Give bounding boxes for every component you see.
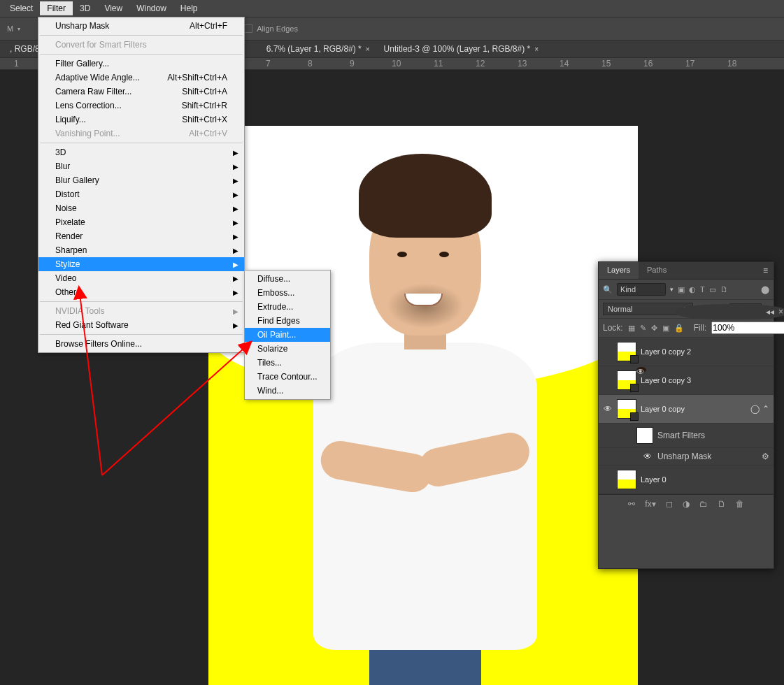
visibility-toggle[interactable]: 👁 <box>643 452 652 461</box>
tab-paths[interactable]: Paths <box>639 262 675 279</box>
layer-thumbnail[interactable] <box>617 399 636 419</box>
menu-item-label: Filter Gallery... <box>55 59 109 68</box>
layer-filter-kind[interactable] <box>617 283 666 296</box>
visibility-toggle[interactable]: 👁 <box>636 367 646 373</box>
layer-name[interactable]: Layer 0 copy <box>641 405 685 413</box>
menu-item[interactable]: Camera Raw Filter...Shift+Ctrl+A <box>38 85 244 99</box>
menu-select[interactable]: Select <box>3 1 40 15</box>
tab-layers[interactable]: Layers <box>599 262 639 279</box>
filter-type-icon[interactable]: T <box>700 285 705 294</box>
menu-item[interactable]: Noise▶ <box>38 201 244 215</box>
menu-item[interactable]: Distort▶ <box>38 187 244 201</box>
menu-item[interactable]: Red Giant Software▶ <box>38 318 244 332</box>
filter-ring-icon[interactable]: ◯ <box>750 404 760 414</box>
collapse-icon[interactable]: ◂◂ <box>766 307 774 317</box>
layer-thumbnail[interactable] <box>617 342 636 361</box>
menu-item[interactable]: 3D▶ <box>38 145 244 159</box>
submenu-item[interactable]: Find Edges <box>245 314 330 328</box>
layer-thumbnail[interactable] <box>617 470 636 489</box>
layer-name[interactable]: Layer 0 <box>641 475 667 484</box>
menu-item[interactable]: Filter Gallery... <box>38 57 244 71</box>
close-icon[interactable]: × <box>778 307 783 317</box>
menu-item[interactable]: Lens Correction...Shift+Ctrl+R <box>38 99 244 113</box>
submenu-item[interactable]: Emboss... <box>245 286 330 300</box>
link-layers-icon[interactable]: ⚯ <box>628 499 635 509</box>
layer-name[interactable]: Layer 0 copy 3 <box>641 376 691 384</box>
menu-filter[interactable]: Filter <box>40 1 73 15</box>
menu-3d[interactable]: 3D <box>73 1 97 15</box>
menu-window[interactable]: Window <box>129 1 173 15</box>
menu-item: NVIDIA Tools▶ <box>38 304 244 318</box>
lock-pixels-icon[interactable]: ✎ <box>640 324 646 333</box>
visibility-toggle[interactable] <box>603 347 613 356</box>
menu-item[interactable]: Liquify...Shift+Ctrl+X <box>38 113 244 127</box>
filter-effect-row[interactable]: 👁 Unsharp Mask ⚙ <box>599 448 774 466</box>
smart-filter-mask[interactable] <box>636 427 653 444</box>
menu-item-label: Other <box>55 287 76 297</box>
submenu-item[interactable]: Oil Paint... <box>245 328 330 342</box>
document-tab-1[interactable]: 6.7% (Layer 1, RGB/8#) * × <box>259 41 377 57</box>
chevron-up-icon[interactable]: ⌃ <box>762 404 769 414</box>
close-icon[interactable]: × <box>534 45 539 53</box>
layer-row[interactable]: Layer 0 <box>599 466 774 494</box>
chevron-down-icon[interactable]: ▾ <box>17 26 20 32</box>
canvas[interactable] <box>208 126 638 685</box>
lock-trans-icon[interactable]: ▦ <box>628 324 635 333</box>
group-icon[interactable]: 🗀 <box>699 499 708 509</box>
mask-icon[interactable]: ◻ <box>666 499 673 509</box>
layer-thumbnail[interactable] <box>617 370 636 390</box>
submenu-item[interactable]: Diffuse... <box>245 272 330 286</box>
panel-tabs: Layers Paths ≡ <box>599 262 774 280</box>
person-image <box>292 147 558 685</box>
menu-item[interactable]: Unsharp MaskAlt+Ctrl+F <box>38 19 244 33</box>
menu-view[interactable]: View <box>97 1 129 15</box>
lock-position-icon[interactable]: ✥ <box>651 324 657 333</box>
align-edges-checkbox[interactable] <box>244 24 252 33</box>
lock-artboard-icon[interactable]: ▣ <box>662 324 669 333</box>
menu-item[interactable]: Browse Filters Online... <box>38 337 244 351</box>
menu-item[interactable]: Adaptive Wide Angle...Alt+Shift+Ctrl+A <box>38 71 244 85</box>
menu-item[interactable]: Blur Gallery▶ <box>38 173 244 187</box>
menu-item[interactable]: Stylize▶ <box>38 257 244 271</box>
filter-blend-icon[interactable]: ⚙ <box>762 452 769 461</box>
lock-all-icon[interactable]: 🔒 <box>674 324 684 333</box>
layer-row[interactable]: Layer 0 copy 2 <box>599 338 774 366</box>
close-icon[interactable]: × <box>366 45 370 53</box>
menu-item-label: Stylize <box>55 259 80 269</box>
fx-icon[interactable]: fx▾ <box>645 499 655 509</box>
filter-shape-icon[interactable]: ▭ <box>709 285 716 294</box>
document-tab-2[interactable]: Untitled-3 @ 100% (Layer 1, RGB/8#) * × <box>377 41 546 57</box>
submenu-item[interactable]: Extrude... <box>245 300 330 314</box>
smart-filters-row[interactable]: 👁 Smart Filters <box>599 424 774 448</box>
filter-smart-icon[interactable]: 🗋 <box>720 285 728 294</box>
visibility-toggle[interactable]: 👁 <box>603 404 613 414</box>
visibility-toggle[interactable] <box>603 375 613 385</box>
menu-item[interactable]: Other▶ <box>38 285 244 299</box>
menu-item[interactable]: Pixelate▶ <box>38 215 244 229</box>
filter-effect-name: Unsharp Mask <box>657 452 711 461</box>
lock-row: Lock: ▦ ✎ ✥ ▣ 🔒 Fill: ▾ <box>599 319 774 338</box>
submenu-item[interactable]: Trace Contour... <box>245 370 330 384</box>
menu-item[interactable]: Video▶ <box>38 271 244 285</box>
new-layer-icon[interactable]: 🗋 <box>718 499 726 509</box>
mask-toggle-label[interactable]: M <box>7 24 13 33</box>
menu-item[interactable]: Sharpen▶ <box>38 243 244 257</box>
filter-adjust-icon[interactable]: ◐ <box>689 285 696 294</box>
filter-image-icon[interactable]: ▣ <box>678 285 685 294</box>
layer-name[interactable]: Layer 0 copy 2 <box>641 347 691 356</box>
visibility-toggle[interactable] <box>603 475 613 484</box>
submenu-item[interactable]: Solarize <box>245 342 330 356</box>
layer-row[interactable]: 👁 Layer 0 copy ◯⌃ <box>599 395 774 424</box>
delete-icon[interactable]: 🗑 <box>736 499 744 509</box>
menu-item[interactable]: Blur▶ <box>38 159 244 173</box>
menu-item-label: Sharpen <box>55 245 87 255</box>
submenu-item[interactable]: Wind... <box>245 384 330 398</box>
menu-help[interactable]: Help <box>173 1 205 15</box>
layer-row[interactable]: Layer 0 copy 3 <box>599 366 774 395</box>
fill-input[interactable] <box>711 322 784 334</box>
menu-item[interactable]: Render▶ <box>38 229 244 243</box>
panel-menu-icon[interactable]: ≡ <box>757 262 774 279</box>
submenu-item[interactable]: Tiles... <box>245 356 330 370</box>
adjustment-icon[interactable]: ◑ <box>683 499 690 509</box>
filter-toggle-icon[interactable]: ⬤ <box>761 285 769 294</box>
